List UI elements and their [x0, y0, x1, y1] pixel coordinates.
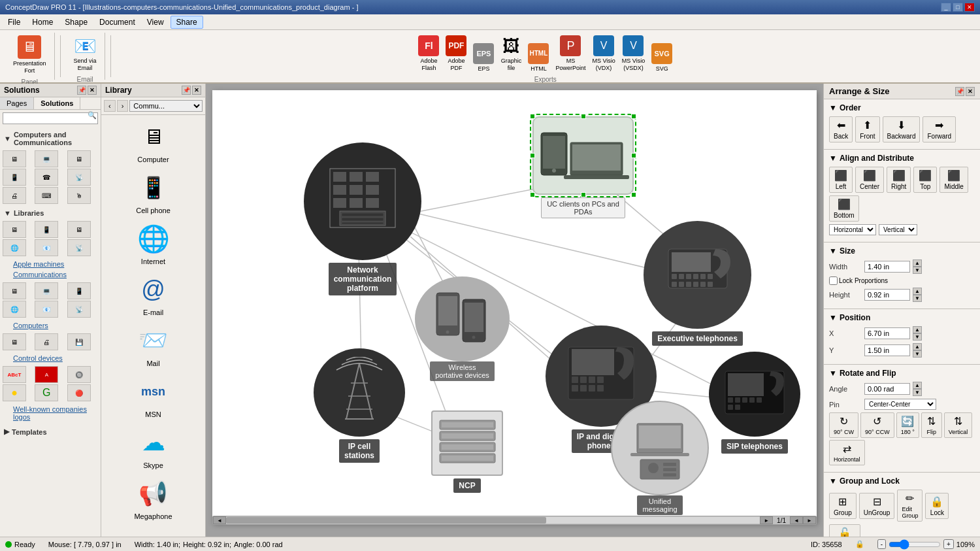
scroll-prev-page-btn[interactable]: ◄ — [790, 516, 803, 524]
scroll-thumb[interactable] — [226, 517, 546, 524]
grid-item-7[interactable]: 🖨 — [3, 187, 26, 204]
communications-item[interactable]: Communications — [3, 269, 98, 280]
lib-skype[interactable]: ☁ Skype — [134, 426, 173, 469]
lib-grid-1[interactable]: 🖥 — [3, 221, 26, 238]
ms-powerpoint-button[interactable]: P MSPowerPoint — [553, 34, 588, 73]
svg-button[interactable]: SVG SVG — [649, 42, 675, 73]
flip-vertical-button[interactable]: ⇅ Vertical — [944, 412, 973, 438]
ms-visio-vdx-button[interactable]: V MS Visio(VDX) — [589, 34, 617, 73]
height-input[interactable] — [864, 289, 910, 301]
pin-select[interactable]: Center-Center — [864, 399, 936, 410]
lib-computer[interactable]: 🖥 Computer — [134, 120, 173, 163]
width-up-btn[interactable]: ▲ — [913, 259, 922, 267]
handle-bl[interactable] — [530, 192, 535, 197]
well-known-companies-item[interactable]: Well-known companies logos — [3, 404, 98, 422]
minimize-btn[interactable]: _ — [941, 3, 951, 12]
x-down-btn[interactable]: ▼ — [913, 333, 922, 341]
grid-item-9[interactable]: 🖱 — [67, 187, 91, 204]
unified-msg-node[interactable]: Unifiedmessaging — [611, 401, 709, 515]
y-up-btn[interactable]: ▲ — [913, 343, 922, 350]
flip-button[interactable]: ⇅ Flip — [921, 412, 942, 438]
height-up-btn[interactable]: ▲ — [913, 288, 922, 295]
computers-item[interactable]: Computers — [3, 320, 98, 331]
forward-button[interactable]: ➡ Forward — [923, 116, 956, 142]
rotate-header[interactable]: ▼ Rotate and Flip — [829, 369, 975, 378]
angle-down-btn[interactable]: ▼ — [913, 389, 922, 396]
uc-clients-node[interactable]: UC clients on PCs andPDAs — [532, 116, 634, 218]
graphic-file-button[interactable]: 🖼 Graphicfile — [498, 34, 524, 73]
handle-bc[interactable] — [581, 192, 586, 197]
handle-ml[interactable] — [530, 153, 535, 158]
canvas[interactable]: Networkcommunicationplatform — [212, 90, 817, 524]
html-button[interactable]: HTML HTML — [525, 42, 551, 73]
grid-item-5[interactable]: ☎ — [35, 169, 58, 186]
flip-horizontal-button[interactable]: ⇄ Horizontal — [829, 440, 865, 465]
position-header[interactable]: ▼ Position — [829, 313, 975, 322]
adobe-flash-button[interactable]: Fl AdobeFlash — [416, 34, 442, 73]
sip-phones-node[interactable]: SIP telephones — [709, 352, 800, 454]
vertical-select[interactable]: Vertical — [879, 224, 917, 235]
grid-item-4[interactable]: 📱 — [3, 169, 26, 186]
ms-visio-vsdx-button[interactable]: V MS Visio(VSDX) — [619, 34, 647, 73]
align-header[interactable]: ▼ Align and Distribute — [829, 154, 975, 163]
comp-grid-1[interactable]: 🖥 — [3, 333, 26, 350]
lib-megaphone[interactable]: 📢 Megaphone — [134, 477, 173, 520]
comm-grid-1[interactable]: 🖥 — [3, 282, 26, 299]
solutions-search-input[interactable] — [3, 112, 98, 124]
ip-cell-node[interactable]: IP cellstations — [314, 348, 405, 463]
ctrl-grid-6[interactable]: 🔴 — [67, 384, 91, 401]
send-email-button[interactable]: 📧 Send viaEmail — [71, 34, 99, 73]
width-input[interactable] — [864, 261, 910, 273]
order-header[interactable]: ▼ Order — [829, 103, 975, 112]
grid-item-3[interactable]: 🖥 — [67, 150, 91, 167]
eps-button[interactable]: EPS EPS — [470, 42, 497, 73]
back-button[interactable]: ⬅ Back — [829, 116, 853, 142]
lib-grid-3[interactable]: 🖥 — [67, 221, 91, 238]
scroll-next-page-btn[interactable]: ► — [803, 516, 816, 524]
arrange-close-btn[interactable]: ✕ — [966, 87, 975, 96]
ctrl-grid-5[interactable]: G — [35, 384, 58, 401]
lib-cell-phone[interactable]: 📱 Cell phone — [134, 171, 173, 214]
align-center-button[interactable]: ⬛ Center — [855, 167, 884, 193]
front-button[interactable]: ⬆ Front — [855, 116, 879, 142]
solutions-close-btn[interactable]: ✕ — [88, 86, 97, 95]
lock-button[interactable]: 🔒 Lock — [925, 493, 949, 519]
comm-grid-3[interactable]: 📱 — [67, 282, 91, 299]
lib-email[interactable]: @ E-mail — [134, 273, 173, 316]
handle-tl[interactable] — [530, 114, 535, 119]
maximize-btn[interactable]: □ — [953, 3, 963, 12]
library-category-select[interactable]: Commu... — [129, 100, 203, 112]
network-platform-node[interactable]: Networkcommunicationplatform — [304, 142, 421, 295]
close-btn[interactable]: ✕ — [964, 3, 975, 12]
apple-machines-item[interactable]: Apple machines — [3, 259, 98, 269]
handle-tr[interactable] — [631, 114, 636, 119]
x-input[interactable] — [864, 327, 910, 339]
height-down-btn[interactable]: ▼ — [913, 295, 922, 302]
control-devices-item[interactable]: Control devices — [3, 353, 98, 363]
align-middle-button[interactable]: ⬛ Middle — [939, 167, 968, 193]
menu-file[interactable]: File — [3, 16, 25, 28]
executive-phones-node[interactable]: Executive telephones — [644, 221, 751, 346]
ctrl-grid-4[interactable]: ● — [3, 384, 26, 401]
library-close-btn[interactable]: ✕ — [192, 86, 201, 95]
solutions-pin-btn[interactable]: 📌 — [77, 86, 86, 95]
rotate-90cw-button[interactable]: ↻ 90° CW — [829, 412, 858, 438]
grid-item-2[interactable]: 💻 — [35, 150, 58, 167]
lib-internet[interactable]: 🌐 Internet — [134, 222, 173, 265]
align-top-button[interactable]: ⬛ Top — [913, 167, 937, 193]
lib-mail[interactable]: 📨 Mail — [134, 324, 173, 367]
ctrl-grid-2[interactable]: A — [35, 366, 58, 383]
edit-group-button[interactable]: ✏ EditGroup — [897, 490, 923, 522]
menu-shape[interactable]: Shape — [59, 16, 93, 28]
scroll-right-btn[interactable]: ► — [760, 516, 773, 524]
lib-msn[interactable]: msn MSN — [134, 375, 173, 418]
computers-communications-section[interactable]: ▼ Computers andCommunications — [3, 129, 98, 148]
tab-solutions[interactable]: Solutions — [34, 97, 80, 109]
zoom-out-btn[interactable]: - — [877, 539, 886, 549]
lib-back-btn[interactable]: ‹ — [104, 100, 116, 112]
align-bottom-button[interactable]: ⬛ Bottom — [829, 195, 859, 222]
tab-pages[interactable]: Pages — [0, 97, 34, 109]
presentation-button[interactable]: 🖥 PresentationFort — [10, 34, 49, 76]
grid-item-6[interactable]: 📡 — [67, 169, 91, 186]
comm-grid-2[interactable]: 💻 — [35, 282, 58, 299]
